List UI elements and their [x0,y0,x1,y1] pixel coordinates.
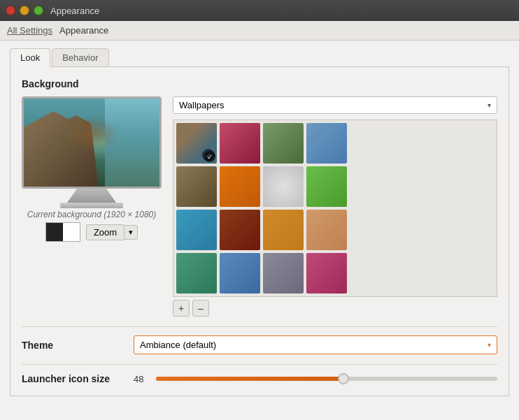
wallpaper-thumb-12[interactable] [306,210,347,250]
background-caption: Current background (1920 × 1080) [27,210,156,219]
titlebar: Appearance [0,0,519,21]
wallpaper-thumb-15[interactable] [263,253,304,294]
nav-bar: All Settings Appearance [0,21,519,41]
wallpaper-thumb-10[interactable] [220,210,260,250]
wallpaper-thumb-7[interactable] [263,166,304,207]
wallpaper-thumb-11[interactable] [263,210,304,250]
monitor-area: Current background (1920 × 1080) Zoom ▾ [22,96,162,317]
wallpaper-thumb-14[interactable] [220,253,260,294]
wallpaper-dropdown-row: Wallpapers ▾ [173,96,497,114]
wallpaper-thumb-1[interactable]: ✓ [176,123,217,164]
zoom-label: Zoom [86,224,124,240]
wallpaper-preview-building [24,108,99,187]
tab-panel: Background Current background (1920 × 10… [10,66,509,396]
color-swatch[interactable] [45,222,80,242]
color-zoom-row: Zoom ▾ [45,222,138,242]
grid-actions: + – [173,300,497,317]
monitor-stand [67,189,116,203]
launcher-slider-area: 48 [134,374,497,384]
wallpaper-thumb-3[interactable] [263,123,304,164]
main-content: Look Behavior Background [0,41,519,406]
wallpaper-type-select[interactable]: Wallpapers ▾ [173,96,497,114]
zoom-select: Zoom ▾ [86,224,138,240]
wallpaper-thumb-8[interactable] [306,166,347,207]
wallpaper-thumb-2[interactable] [220,123,260,164]
close-button[interactable] [6,6,15,15]
background-label: Background [22,78,497,89]
theme-select-arrow: ▾ [488,341,491,349]
all-settings-link[interactable]: All Settings [7,25,52,36]
wallpaper-grid-container: ✓ [173,120,497,297]
launcher-slider-thumb[interactable] [338,373,349,384]
theme-section: Theme Ambiance (default) ▾ [22,326,497,354]
tab-behavior[interactable]: Behavior [52,48,108,67]
monitor-frame [22,96,162,189]
wallpaper-thumb-9[interactable] [176,210,217,250]
wallpaper-thumb-6[interactable] [220,166,260,207]
wallpaper-thumb-5[interactable] [176,166,217,207]
theme-label: Theme [22,340,134,351]
current-page-label: Appearance [59,25,108,36]
monitor-screen [24,99,159,187]
launcher-section: Launcher icon size 48 [22,364,497,384]
tab-bar: Look Behavior [10,48,509,66]
maximize-button[interactable] [34,6,43,15]
launcher-value: 48 [134,374,150,384]
wallpaper-thumb-16[interactable] [306,253,347,294]
wallpaper-selected-check: ✓ [202,149,215,161]
monitor-base [60,203,123,208]
wallpaper-grid: ✓ [176,123,494,294]
wallpaper-panel: Wallpapers ▾ ✓ [173,96,497,317]
wallpaper-select-arrow: ▾ [488,101,491,109]
theme-value: Ambiance (default) [140,340,216,350]
launcher-slider-fill [156,377,343,381]
tab-look[interactable]: Look [10,48,50,67]
zoom-dropdown-arrow[interactable]: ▾ [124,225,138,240]
remove-wallpaper-button[interactable]: – [192,300,209,317]
launcher-label: Launcher icon size [22,373,134,384]
theme-select[interactable]: Ambiance (default) ▾ [134,335,497,354]
add-wallpaper-button[interactable]: + [173,300,190,317]
wallpaper-thumb-13[interactable] [176,253,217,294]
monitor-preview [22,96,162,201]
minimize-button[interactable] [20,6,29,15]
window-title: Appearance [50,6,99,16]
launcher-slider-track[interactable] [156,377,497,381]
wallpaper-thumb-4[interactable] [306,123,347,164]
background-section: Current background (1920 × 1080) Zoom ▾ … [22,96,497,317]
